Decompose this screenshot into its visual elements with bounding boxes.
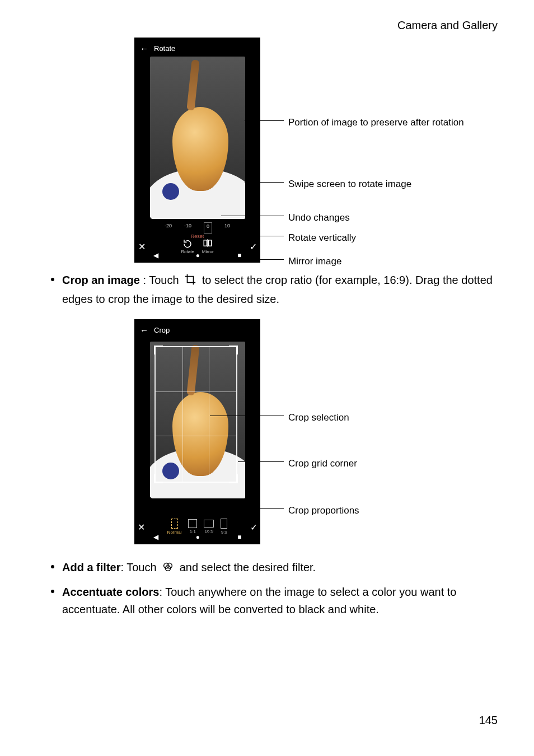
nav-back-icon[interactable]: ◀ [153,250,158,261]
bullet-crop: Crop an image : Touch to select the crop… [51,272,498,308]
svg-rect-1 [209,240,212,246]
crop-selection[interactable] [154,346,237,483]
callout-preserve: Portion of image to preserve after rotat… [288,115,464,130]
nav-back-icon[interactable]: ◀ [153,532,158,543]
bullet-accentuate: Accentuate colors: Touch anywhere on the… [51,584,498,618]
callout-crop-proportions: Crop proportions [288,503,359,518]
rotation-slider[interactable]: -20 -10 0 10 [134,222,260,234]
filter-icon [162,561,174,578]
svg-rect-0 [204,240,207,246]
crop-handle[interactable] [229,346,238,354]
phone-rotate: ← Rotate -20 -10 0 10 Reset ✕ [134,38,260,263]
figure-crop: ← Crop ✕ [134,319,498,544]
callouts-crop: Crop selection Crop grid corner Crop pro… [260,319,534,544]
bullet-accentuate-title: Accentuate colors [62,586,159,598]
back-arrow-icon[interactable]: ← [140,42,148,55]
photo-preview[interactable] [150,57,245,219]
callout-crop-corner: Crop grid corner [288,456,357,471]
callouts-rotate: Portion of image to preserve after rotat… [260,38,534,263]
callout-vertical: Rotate vertically [288,231,356,245]
crop-icon [184,273,196,291]
back-arrow-icon[interactable]: ← [140,324,148,337]
callout-mirror: Mirror image [288,254,341,269]
callout-crop-selection: Crop selection [288,410,349,425]
crop-handle[interactable] [229,474,238,483]
nav-home-icon[interactable]: ● [196,250,200,261]
bullet-filter: Add a filter: Touch and select the desir… [51,559,498,578]
phone-title: Rotate [154,43,175,54]
nav-home-icon[interactable]: ● [196,532,200,543]
phone-crop: ← Crop ✕ [134,319,260,544]
crop-handle[interactable] [154,346,163,354]
phone-nav: ◀ ● ■ [134,532,260,542]
callout-swipe: Swipe screen to rotate image [288,177,411,192]
figure-rotate: ← Rotate -20 -10 0 10 Reset ✕ [134,38,498,263]
bullet-crop-title: Crop an image [62,274,140,286]
nav-recent-icon[interactable]: ■ [237,532,241,543]
callout-undo: Undo changes [288,211,350,225]
bullet-filter-title: Add a filter [62,561,120,573]
phone-title: Crop [154,325,170,336]
page-number: 145 [479,712,498,729]
header-section: Camera and Gallery [48,17,498,34]
crop-handle[interactable] [154,474,163,483]
